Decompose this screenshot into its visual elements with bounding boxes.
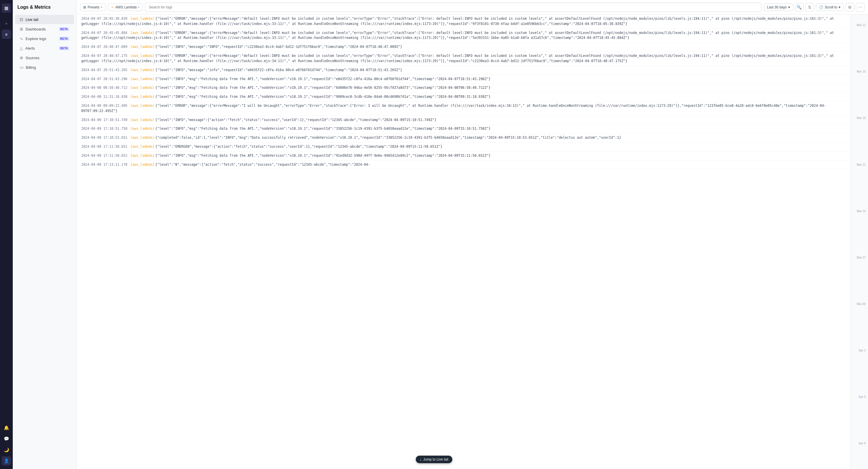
log-entry[interactable]: 2024-04-09 17:11:58.651 [aws_lambda]{"le…	[76, 143, 850, 151]
source-button[interactable]: ∿ AWS Lambda ▾	[108, 3, 143, 11]
log-source: [aws_lambda]	[130, 136, 154, 140]
log-entry[interactable]: 2024-04-09 09:09:22.495 [aws_lambda]{"le…	[76, 101, 850, 116]
log-timestamp: 2024-04-09 17:13:11.178	[81, 163, 127, 167]
source-icon: ∿	[111, 5, 114, 9]
log-entry[interactable]: 2024-04-07 20:48:47.089 [aws_lambda]{"le…	[76, 43, 850, 52]
sidebar-badge-explore-logs: BETA	[59, 37, 69, 41]
log-source: [aws_lambda]	[130, 153, 154, 157]
log-source: [aws_lambda]	[130, 126, 154, 130]
log-entry[interactable]: 2024-04-09 17:10:51.749 [aws_lambda]{"le…	[76, 116, 850, 125]
log-timestamp: 2024-04-07 20:48:47.089	[81, 45, 127, 49]
log-entry[interactable]: 2024-04-09 17:10:53.651 [aws_lambda]{"co…	[76, 134, 850, 143]
timeline-label: Apr 2	[851, 349, 868, 352]
log-content[interactable]: 2024-04-07 20:05:38.839 [aws_lambda]{"le…	[76, 14, 850, 469]
source-chevron-icon: ▾	[138, 5, 140, 9]
sidebar-item-live-tail[interactable]: ⊡ Live tail	[15, 15, 74, 24]
log-timestamp: 2024-04-08 08:58:40.712	[81, 86, 127, 90]
presets-button[interactable]: ⊞ Presets ▾	[80, 3, 105, 11]
timeline-label: Mar 30	[851, 302, 868, 305]
sidebar-item-label-billing: Billing	[26, 65, 36, 70]
log-timestamp: 2024-04-07 20:51:43.296	[81, 77, 127, 81]
log-entry[interactable]: 2024-04-07 20:51:43.296 [aws_lambda]{"le…	[76, 75, 850, 84]
log-entry[interactable]: 2024-04-07 20:05:38.839 [aws_lambda]{"le…	[76, 14, 850, 29]
icon-rail: ▦ + ≡ 🔔 💬 🌙 👤	[0, 0, 13, 469]
log-entry[interactable]: 2024-04-08 11:31:18.938 [aws_lambda]{"le…	[76, 93, 850, 101]
sidebar-item-icon-alerts: △	[20, 46, 23, 51]
jump-to-live-button[interactable]: ↓ Jump to Live tail	[415, 456, 453, 463]
time-range-button[interactable]: Last 30 days ▾	[764, 3, 793, 11]
sidebar-title: Logs & Metrics	[13, 5, 76, 14]
sidebar-item-label-live-tail: Live tail	[26, 18, 38, 22]
log-source: [aws_lambda]	[130, 145, 154, 149]
toolbar-right: Last 30 days ▾ 🔍 ⇅ 🕐 Scroll to ▾ ⚙ ⋯	[764, 3, 865, 11]
search-input[interactable]	[145, 3, 761, 12]
log-timestamp: 2024-04-09 09:09:22.495	[81, 104, 127, 108]
log-source: [aws_lambda]	[130, 163, 154, 167]
sidebar: Logs & Metrics ⊡ Live tail ⊞ Dashboards …	[13, 0, 76, 469]
sidebar-item-icon-live-tail: ⊡	[20, 17, 23, 22]
jump-label: Jump to Live tail	[423, 458, 448, 462]
timeline-label: Mar 18	[851, 116, 868, 120]
search-icon-button[interactable]: 🔍	[795, 3, 804, 11]
sidebar-item-explore-logs[interactable]: ∿ Explore logs BETA	[15, 34, 74, 43]
log-source: [aws_lambda]	[130, 31, 154, 35]
scroll-chevron-icon: ▾	[839, 5, 840, 9]
sidebar-item-label-explore-logs: Explore logs	[26, 36, 46, 41]
log-text: {"level":"ERROR","message":{"errorMessag…	[81, 17, 834, 26]
sidebar-item-icon-explore-logs: ∿	[20, 36, 23, 41]
more-icon-button[interactable]: ⋯	[856, 3, 865, 11]
log-source: [aws_lambda]	[130, 77, 154, 81]
sidebar-item-icon-sources: ⊕	[20, 55, 23, 60]
timeline-label: Mar 21	[851, 163, 868, 166]
scroll-to-button[interactable]: 🕐 Scroll to ▾	[816, 3, 844, 11]
log-text: {"completed":false,"id":1,"level":"INFO"…	[155, 136, 621, 140]
log-area: 2024-04-07 20:05:38.839 [aws_lambda]{"le…	[76, 14, 868, 469]
log-entry[interactable]: 2024-04-07 20:45:45.884 [aws_lambda]{"le…	[76, 29, 850, 43]
time-chevron-icon: ▾	[788, 5, 790, 9]
log-timestamp: 2024-04-09 17:10:51.750	[81, 126, 127, 130]
main-content: ⊞ Presets ▾ ∿ AWS Lambda ▾ Last 30 days …	[76, 0, 868, 469]
log-timestamp: 2024-04-07 20:05:38.839	[81, 17, 127, 21]
scroll-to-label: Scroll to	[825, 5, 837, 9]
nav-icon[interactable]: ≡	[2, 30, 11, 39]
log-text: {"level":"INFO","message":{"action":"fet…	[155, 118, 436, 122]
timeline-label: Mar 24	[851, 209, 868, 213]
log-entry[interactable]: 2024-04-07 20:51:43.265 [aws_lambda]{"le…	[76, 66, 850, 75]
log-entry[interactable]: 2024-04-09 17:10:51.750 [aws_lambda]{"le…	[76, 124, 850, 134]
timeline-label: Mar 15	[851, 70, 868, 73]
log-source: [aws_lambda]	[130, 104, 154, 108]
presets-label: Presets	[88, 5, 99, 9]
filter-icon-button[interactable]: ⇅	[805, 3, 814, 11]
log-text: {"level":"INFO","msg":"Fetching data fro…	[155, 86, 490, 90]
log-entry[interactable]: 2024-04-09 17:11:58.652 [aws_lambda]{"le…	[76, 151, 850, 160]
timeline-label: Mar 12	[851, 24, 868, 27]
sidebar-item-icon-dashboards: ⊞	[20, 27, 23, 31]
plus-icon[interactable]: +	[2, 19, 11, 28]
timeline-label: Apr 5	[851, 395, 868, 399]
log-entry[interactable]: 2024-04-07 20:48:47.175 [aws_lambda]{"le…	[76, 52, 850, 66]
log-text: {"level":"ERROR","message":{"errorMessag…	[81, 54, 834, 63]
sidebar-item-billing[interactable]: ▭ Billing	[15, 63, 74, 72]
timeline-label: Apr 8	[851, 442, 868, 445]
logo-icon[interactable]: ▦	[2, 3, 11, 13]
log-text: {"level":"INFO","msg":"Fetching data fro…	[155, 77, 490, 81]
log-entry[interactable]: 2024-04-08 08:58:40.712 [aws_lambda]{"le…	[76, 84, 850, 93]
chat-icon[interactable]: 💬	[2, 434, 11, 443]
avatar-icon[interactable]: 👤	[2, 456, 11, 466]
presets-icon: ⊞	[83, 5, 86, 9]
moon-icon[interactable]: 🌙	[2, 445, 11, 455]
log-timestamp: 2024-04-09 17:10:51.749	[81, 118, 127, 122]
clock-icon: 🕐	[819, 5, 823, 9]
settings-icon-button[interactable]: ⚙	[845, 3, 854, 11]
timeline-label: Mar 27	[851, 256, 868, 259]
sidebar-item-sources[interactable]: ⊕ Sources	[15, 53, 74, 62]
bell-icon[interactable]: 🔔	[2, 423, 11, 433]
log-timestamp: 2024-04-07 20:51:43.265	[81, 68, 127, 72]
log-timestamp: 2024-04-07 20:48:47.175	[81, 54, 127, 58]
log-entry[interactable]: 2024-04-09 17:13:11.178 [aws_lambda]{"le…	[76, 160, 850, 170]
sidebar-item-dashboards[interactable]: ⊞ Dashboards BETA	[15, 24, 74, 34]
log-text: {"level":"EMERGEN","message":{"action":"…	[155, 145, 442, 149]
log-timestamp: 2024-04-08 11:31:18.938	[81, 95, 127, 99]
log-timestamp: 2024-04-09 17:11:58.652	[81, 153, 127, 157]
sidebar-item-alerts[interactable]: △ Alerts BETA	[15, 43, 74, 53]
